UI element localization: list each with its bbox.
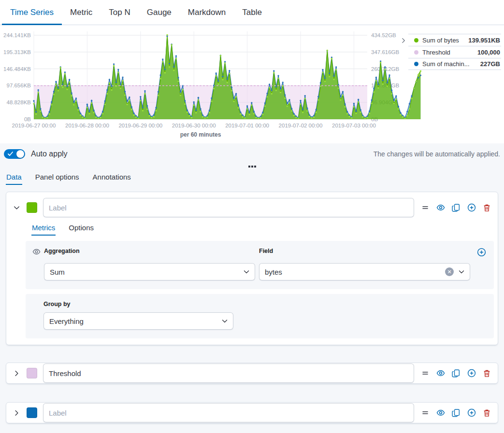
tab-metrics[interactable]: Metrics (31, 223, 56, 236)
series-delete-button[interactable] (482, 203, 491, 212)
tab-top-n[interactable]: Top N (101, 0, 138, 25)
legend-item[interactable]: Sum of machin... 227GB (408, 58, 501, 70)
svg-text:per 60 minutes: per 60 minutes (180, 131, 221, 138)
legend-item-label: Sum of bytes (422, 37, 459, 44)
svg-text:2019-06-29 00:00: 2019-06-29 00:00 (118, 123, 162, 128)
legend-item-label: Sum of machin... (422, 60, 470, 68)
group-by-label: Group by (43, 301, 486, 308)
series-drag-handle[interactable] (420, 203, 430, 212)
legend-item[interactable]: Threshold 100,000 (408, 46, 501, 58)
series-expand-button[interactable] (6, 370, 27, 377)
group-by-value: Everything (49, 317, 84, 325)
plus-circle-icon (477, 248, 486, 257)
tab-panel-options[interactable]: Panel options (35, 171, 80, 185)
field-value: bytes (265, 268, 282, 276)
tab-table[interactable]: Table (234, 0, 270, 25)
series-visibility-button[interactable] (436, 369, 445, 378)
series-color-swatch[interactable] (27, 368, 37, 378)
panel-editor: Auto apply The changes will be automatic… (0, 143, 504, 433)
series-visibility-button[interactable] (436, 203, 445, 212)
group-by-select[interactable]: Everything (43, 312, 233, 330)
series-color-swatch[interactable] (27, 407, 37, 418)
svg-text:2019-07-01 00:00: 2019-07-01 00:00 (225, 123, 269, 128)
series-delete-button[interactable] (482, 408, 491, 418)
svg-text:347.616GB: 347.616GB (371, 49, 400, 55)
editor-tabs: Data Panel options Annotations (0, 171, 504, 185)
copy-icon (452, 204, 460, 212)
svg-text:97.656KB: 97.656KB (6, 83, 31, 88)
metric-visibility-icon[interactable] (32, 248, 41, 256)
series-delete-button[interactable] (482, 369, 491, 378)
add-metric-button[interactable] (477, 248, 486, 257)
legend-collapse-button[interactable] (399, 36, 408, 45)
trash-icon (483, 204, 491, 212)
check-icon (8, 152, 13, 156)
series-card: Metrics Options Aggregation Field Sum by… (6, 192, 498, 345)
series-collapse-button[interactable] (6, 204, 27, 211)
visualization-type-tabs: Time Series Metric Top N Gauge Markdown … (0, 0, 504, 25)
series-clone-button[interactable] (451, 369, 461, 378)
chart-legend: Sum of bytes 139.951KB Threshold 100,000… (408, 34, 501, 70)
tab-annotations[interactable]: Annotations (92, 171, 131, 185)
series-label-input[interactable] (43, 363, 414, 383)
series-clone-button[interactable] (451, 408, 461, 418)
series-drag-handle[interactable] (420, 408, 430, 418)
auto-apply-label: Auto apply (31, 150, 68, 158)
series-label-input[interactable] (43, 198, 414, 217)
auto-apply-toggle[interactable] (4, 149, 25, 159)
chevron-down-icon (13, 204, 20, 211)
copy-icon (452, 409, 460, 417)
tab-time-series[interactable]: Time Series (2, 0, 62, 25)
series-add-button[interactable] (467, 369, 476, 378)
series-actions (420, 203, 491, 212)
svg-text:2019-07-02 00:00: 2019-07-02 00:00 (279, 123, 323, 128)
legend-color-dot (414, 50, 418, 55)
panel-resize-handle[interactable] (0, 165, 504, 168)
svg-text:195.313KB: 195.313KB (3, 49, 31, 55)
series-header (6, 363, 498, 383)
legend-item-value: 100,000 (477, 49, 501, 56)
tab-options[interactable]: Options (68, 223, 94, 236)
aggregation-panel: Aggregation Field Sum bytes ✕ (26, 241, 494, 289)
trash-icon (483, 369, 491, 377)
svg-text:48.828KB: 48.828KB (6, 99, 31, 105)
series-expand-button[interactable] (6, 409, 27, 417)
drag-handle-icon (421, 204, 429, 211)
series-clone-button[interactable] (451, 203, 461, 212)
legend-item-value: 227GB (480, 60, 501, 68)
auto-apply-hint: The changes will be automatically applie… (374, 150, 500, 158)
legend-item[interactable]: Sum of bytes 139.951KB (408, 34, 501, 46)
chevron-right-icon (400, 37, 407, 44)
series-card (6, 402, 498, 423)
series-add-button[interactable] (467, 408, 476, 418)
chart-panel: 0B0B48.828KB86.904GB97.656KB173.808GB146… (0, 25, 504, 143)
eye-icon (436, 408, 445, 417)
copy-icon (452, 369, 460, 377)
eye-icon (436, 203, 445, 212)
series-add-button[interactable] (467, 203, 476, 212)
series-tabs: Metrics Options (31, 223, 498, 236)
chevron-right-icon (13, 370, 20, 377)
field-clear-button[interactable]: ✕ (445, 267, 454, 276)
tab-markdown[interactable]: Markdown (180, 0, 234, 25)
tab-gauge[interactable]: Gauge (139, 0, 180, 25)
svg-text:0B: 0B (24, 116, 31, 122)
chevron-down-icon (458, 268, 465, 276)
series-actions (420, 408, 491, 418)
svg-text:2019-06-28 00:00: 2019-06-28 00:00 (65, 123, 109, 128)
series-visibility-button[interactable] (436, 408, 445, 418)
tab-metric[interactable]: Metric (62, 0, 101, 25)
aggregation-label: Aggregation (44, 248, 255, 255)
svg-text:2019-06-27 00:00: 2019-06-27 00:00 (12, 123, 56, 128)
tab-data[interactable]: Data (6, 171, 22, 185)
series-drag-handle[interactable] (420, 369, 430, 378)
series-color-swatch[interactable] (27, 202, 37, 213)
field-select[interactable]: bytes ✕ (259, 263, 470, 280)
legend-color-dot (414, 62, 418, 66)
aggregation-select[interactable]: Sum (44, 263, 255, 280)
series-header (6, 192, 498, 217)
svg-text:434.52GB: 434.52GB (371, 32, 396, 38)
series-label-input[interactable] (43, 403, 414, 422)
aggregation-value: Sum (50, 268, 65, 276)
svg-text:2019-06-30 00:00: 2019-06-30 00:00 (172, 123, 216, 128)
